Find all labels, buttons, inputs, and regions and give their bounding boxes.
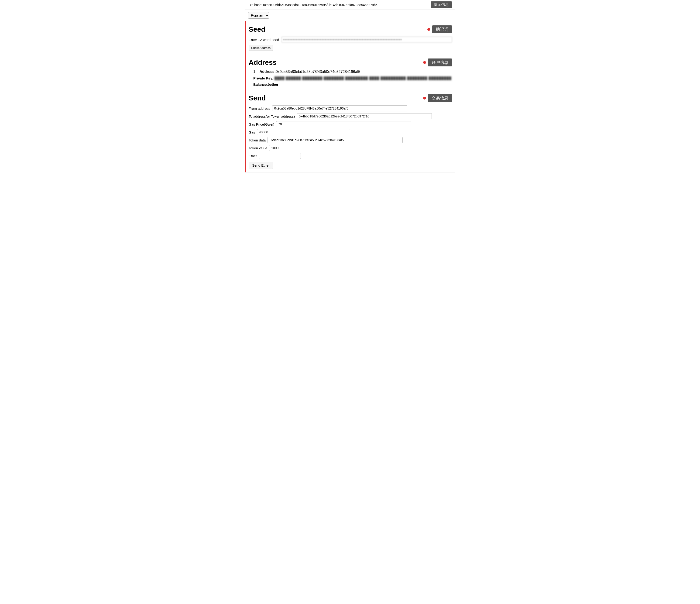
top-bar: Txn hash: 0xc2c906fd6606388cda1918a0c590… — [245, 0, 455, 10]
send-section: Send 交易信息 From address To address(or Tok… — [245, 90, 455, 172]
balance-line: Balance:0ether — [253, 82, 452, 86]
address-title: Address — [249, 58, 277, 67]
ether-input[interactable] — [259, 153, 301, 159]
from-address-row: From address — [249, 105, 452, 111]
balance-value: 0ether — [268, 82, 278, 86]
network-select[interactable]: Ropsten — [248, 12, 269, 19]
seed-red-dot — [427, 28, 430, 31]
seed-section-header: Seed 助记词 — [249, 25, 452, 33]
gas-input[interactable] — [257, 129, 350, 135]
send-section-header: Send 交易信息 — [249, 94, 452, 102]
send-red-dot — [423, 97, 426, 100]
gas-row: Gas — [249, 129, 452, 135]
token-value-row: Token value — [249, 145, 452, 151]
txn-hash: Txn hash: 0xc2c906fd6606388cda1918a0c590… — [248, 3, 428, 7]
address-label: Address: — [259, 70, 276, 74]
seed-badge-wrap: 助记词 — [427, 25, 452, 33]
send-badge: 交易信息 — [428, 94, 452, 102]
token-data-input[interactable] — [268, 137, 403, 143]
address-badge-wrap: 账户信息 — [423, 58, 452, 67]
private-key-value: ████ ██████ ████████ ████████ █████████ … — [275, 76, 452, 80]
item-number: 1. — [253, 70, 256, 74]
to-address-row: To address(or Token address) — [249, 113, 452, 119]
token-data-label: Token data — [249, 138, 266, 142]
address-red-dot — [423, 61, 426, 64]
gas-price-input[interactable] — [276, 121, 411, 127]
from-address-input[interactable] — [272, 105, 407, 111]
address-item: 1. Address:0x9ca53a80ebd1d28b78f43a50e74… — [249, 70, 452, 86]
send-badge-wrap: 交易信息 — [423, 94, 452, 102]
to-address-label: To address(or Token address) — [249, 115, 295, 118]
address-badge: 账户信息 — [428, 58, 452, 67]
address-section: Address 账户信息 1. Address:0x9ca53a80ebd1d2… — [245, 54, 455, 90]
to-address-input[interactable] — [297, 113, 432, 119]
network-row: Ropsten — [245, 10, 455, 21]
balance-label: Balance: — [253, 82, 268, 86]
send-ether-button[interactable]: Send Ether — [249, 162, 273, 169]
seed-title: Seed — [249, 25, 266, 33]
tooltip-badge: 提示信息 — [431, 1, 452, 8]
token-value-input[interactable] — [269, 145, 362, 151]
address-line: 1. Address:0x9ca53a80ebd1d28b78f43a50e74… — [253, 70, 452, 74]
from-address-label: From address — [249, 106, 270, 110]
private-key-label: Private Key. — [253, 76, 273, 80]
seed-label: Enter 12-word seed — [249, 38, 279, 42]
seed-input[interactable] — [281, 36, 452, 43]
gas-price-row: Gas Price(Gwei) — [249, 121, 452, 127]
seed-section: Seed 助记词 Enter 12-word seed Show Address — [245, 21, 455, 54]
gas-price-label: Gas Price(Gwei) — [249, 122, 274, 126]
show-address-button[interactable]: Show Address — [249, 45, 273, 51]
token-value-label: Token value — [249, 146, 267, 150]
token-data-row: Token data — [249, 137, 452, 143]
gas-label: Gas — [249, 130, 255, 134]
ether-label: Ether — [249, 154, 257, 158]
address-section-header: Address 账户信息 — [249, 58, 452, 67]
private-key-line: Private Key. ████ ██████ ████████ ██████… — [253, 76, 452, 80]
send-title: Send — [249, 94, 266, 102]
seed-input-row: Enter 12-word seed — [249, 36, 452, 43]
ether-row: Ether — [249, 153, 452, 159]
address-value: 0x9ca53a80ebd1d28b78f43a50e74e527284196a… — [276, 70, 360, 74]
seed-badge: 助记词 — [432, 25, 452, 33]
